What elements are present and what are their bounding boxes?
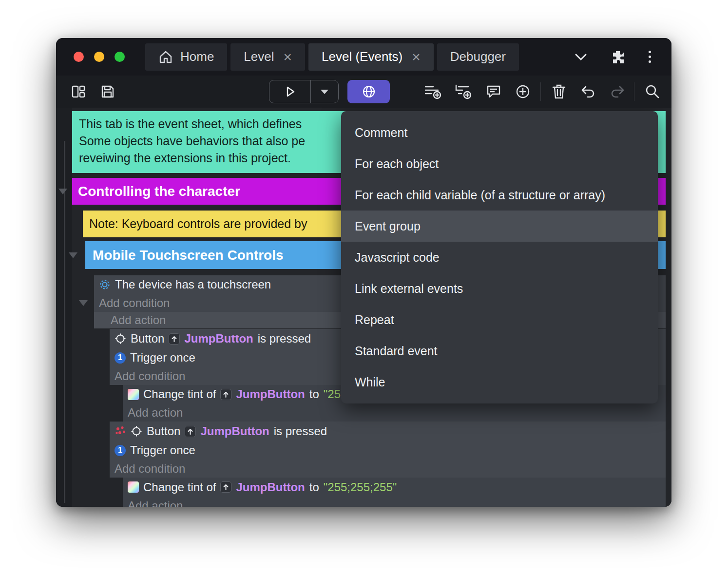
add-event-button[interactable] (421, 76, 446, 108)
add-action-link[interactable]: Add action (123, 403, 666, 422)
zoom-window-button[interactable] (115, 52, 125, 62)
tab-level[interactable]: Level × (230, 43, 305, 71)
scrollbar[interactable] (64, 141, 65, 503)
close-tab-icon[interactable]: × (412, 50, 421, 64)
add-event-icon (423, 83, 443, 100)
condition-text: is pressed (258, 332, 311, 346)
home-icon (158, 50, 173, 64)
action-change-tint-2: Change tint of JumpButton to "255;255;25… (123, 478, 666, 507)
tab-bar: Home Level × Level (Events) × Debugger (145, 43, 519, 71)
trigger-once-icon: 1 (115, 445, 126, 456)
action-text: to (309, 480, 319, 494)
condition-row[interactable]: Button JumpButton is pressed (110, 422, 666, 441)
menu-item-standard-event[interactable]: Standard event (341, 335, 658, 366)
titlebar-actions (575, 50, 671, 64)
object-name: JumpButton (236, 480, 305, 494)
play-options-dropdown[interactable] (311, 80, 338, 103)
group-title: Mobile Touchscreen Controls (93, 248, 284, 263)
menu-item-comment[interactable]: Comment (341, 117, 658, 148)
button-object-icon (131, 425, 142, 437)
undo-icon (579, 84, 597, 99)
condition-text: The device has a touchscreen (115, 278, 271, 291)
condition-text: Trigger once (130, 443, 195, 457)
menu-item-while[interactable]: While (341, 366, 658, 398)
close-window-button[interactable] (74, 52, 84, 62)
titlebar: Home Level × Level (Events) × Debugger (56, 38, 671, 76)
condition-row[interactable]: 1 Trigger once (110, 441, 666, 460)
tint-icon (128, 481, 139, 493)
caret-down-icon (321, 90, 328, 94)
layout-icon (71, 84, 86, 99)
layout-button[interactable] (68, 76, 89, 108)
event-jumpbutton-pressed-2: Button JumpButton is pressed 1 Trigger o… (110, 422, 666, 478)
tab-label: Debugger (450, 49, 506, 64)
search-button[interactable] (640, 76, 665, 108)
add-action-link[interactable]: Add action (123, 497, 666, 507)
trash-icon (551, 83, 567, 100)
toolbar (56, 76, 671, 108)
condition-text: is pressed (274, 424, 327, 438)
play-button[interactable] (269, 80, 311, 103)
action-text: Change tint of (143, 480, 216, 494)
add-something-button[interactable] (510, 76, 536, 108)
condition-text: Trigger once (130, 351, 195, 365)
add-event-menu: Comment For each object For each child v… (341, 111, 658, 403)
group-title: Controlling the character (78, 184, 240, 199)
sheet-gutter (56, 108, 72, 507)
save-button[interactable] (97, 76, 118, 108)
tab-label: Level (Events) (322, 49, 402, 64)
tab-home[interactable]: Home (145, 43, 227, 71)
menu-item-event-group[interactable]: Event group (341, 211, 658, 242)
tab-label: Level (244, 49, 274, 64)
jumpbutton-icon (169, 333, 180, 345)
menu-item-link-external-events[interactable]: Link external events (341, 273, 658, 304)
comment-icon (485, 83, 502, 100)
trigger-once-icon: 1 (115, 352, 126, 364)
add-subevent-button[interactable] (451, 76, 476, 108)
button-object-icon (115, 333, 126, 345)
menu-item-repeat[interactable]: Repeat (341, 304, 658, 335)
object-name: JumpButton (236, 387, 305, 401)
action-text: Change tint of (143, 387, 216, 401)
preview-over-network-button[interactable] (347, 80, 390, 103)
add-comment-button[interactable] (481, 76, 506, 108)
close-tab-icon[interactable]: × (284, 50, 292, 64)
condition-text: Button (147, 424, 180, 438)
minimize-window-button[interactable] (94, 52, 104, 62)
menu-item-for-each-object[interactable]: For each object (341, 148, 658, 179)
save-icon (100, 84, 115, 99)
delete-button[interactable] (546, 76, 572, 108)
desktop: Home Level × Level (Events) × Debugger (0, 0, 728, 576)
menu-item-javascript-code[interactable]: Javascript code (341, 242, 658, 273)
jumpbutton-icon (185, 426, 196, 437)
multitouch-icon (115, 425, 126, 437)
action-value: "255;255;255" (324, 480, 397, 494)
action-text: to (309, 387, 319, 401)
gear-icon (99, 279, 111, 290)
search-icon (644, 83, 661, 100)
chevron-down-icon[interactable] (575, 53, 587, 61)
tab-level-events[interactable]: Level (Events) × (308, 43, 434, 71)
play-split-button (269, 80, 339, 103)
object-name: JumpButton (200, 424, 269, 438)
redo-button[interactable] (605, 76, 630, 108)
collapse-chevron-icon[interactable] (58, 189, 67, 194)
play-icon (284, 85, 296, 98)
tint-icon (128, 389, 139, 400)
add-subevent-icon (454, 83, 473, 100)
event-sheet: This tab is the event sheet, which defin… (56, 108, 671, 507)
tab-label: Home (180, 49, 214, 64)
redo-icon (609, 84, 626, 99)
add-condition-link[interactable]: Add condition (110, 460, 666, 478)
undo-button[interactable] (575, 76, 601, 108)
tab-debugger[interactable]: Debugger (437, 43, 519, 71)
globe-icon (362, 84, 376, 99)
note-text: Note: Keyboard controls are provided by (89, 217, 307, 231)
kebab-menu-icon[interactable] (649, 51, 651, 63)
action-row[interactable]: Change tint of JumpButton to "255;255;25… (123, 478, 666, 497)
jumpbutton-icon (220, 389, 231, 400)
jumpbutton-icon (220, 481, 231, 493)
window-controls (56, 52, 145, 62)
menu-item-for-each-child-variable[interactable]: For each child variable (of a structure … (341, 179, 658, 211)
extensions-puzzle-icon[interactable] (611, 50, 625, 64)
